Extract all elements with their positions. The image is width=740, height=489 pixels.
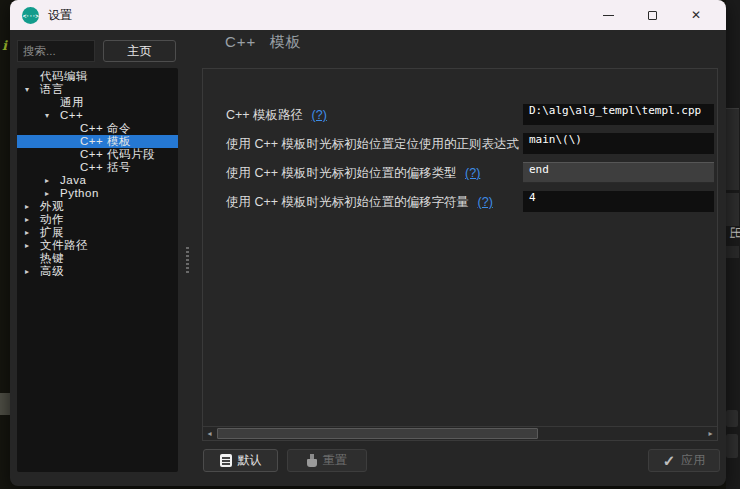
tree-item-label: Python: [60, 187, 99, 200]
scrollbar-thumb[interactable]: [217, 428, 538, 439]
field-label: 使用 C++ 模板时光标初始位置的偏移类型 (?): [226, 165, 480, 182]
chevron-right-icon[interactable]: ▸: [25, 265, 40, 278]
tree-item-cpp-snippets[interactable]: C++ 代码片段: [17, 148, 178, 161]
chevron-right-icon[interactable]: ▸: [25, 239, 40, 252]
fields-container: C++ 模板路径 (?)D:\alg\alg_templ\templ.cpp使用…: [203, 104, 717, 220]
tree-item-label: 外观: [40, 200, 64, 213]
input-cursor-regex[interactable]: main\(\): [523, 133, 714, 154]
tree-item-cpp[interactable]: ▾C++: [17, 109, 178, 122]
app-logo-icon: <···>: [22, 7, 39, 24]
scroll-left-arrow-icon[interactable]: ◂: [203, 427, 216, 440]
field-row-offset-chars: 使用 C++ 模板时光标初始位置的偏移字符量 (?)4: [203, 191, 717, 212]
tree-item-appearance[interactable]: ▸外观: [17, 200, 178, 213]
background-right-panel: 出: [726, 0, 740, 489]
background-panel-segment: [726, 108, 739, 190]
input-offset-chars[interactable]: 4: [523, 191, 714, 212]
close-icon: ✕: [691, 9, 701, 21]
minimize-icon: [603, 15, 614, 16]
tree-item-label: C++ 代码片段: [80, 148, 155, 161]
chevron-down-icon[interactable]: ▾: [25, 83, 40, 96]
tree-item-label: 语言: [40, 83, 64, 96]
help-link[interactable]: (?): [478, 195, 493, 209]
tree-item-label: 文件路径: [40, 239, 88, 252]
scroll-right-arrow-icon[interactable]: ▸: [704, 427, 717, 440]
tree-item-extensions[interactable]: ▸扩展: [17, 226, 178, 239]
tree-item-label: 通用: [60, 96, 84, 109]
checkmark-icon: ✓: [663, 453, 676, 468]
tree-item-language[interactable]: ▾语言: [17, 83, 178, 96]
tree-item-label: C++ 命令: [80, 122, 131, 135]
settings-scroll-area: C++ 模板路径 (?)D:\alg\alg_templ\templ.cpp使用…: [202, 68, 718, 441]
field-row-cursor-regex: 使用 C++ 模板时光标初始位置定位使用的正则表达式 (?)main\(\): [203, 133, 717, 154]
background-panel-segment: [726, 434, 738, 458]
tree-item-cpp-commands[interactable]: C++ 命令: [17, 122, 178, 135]
title-bar[interactable]: <···> 设置 ✕: [10, 0, 726, 30]
screen: i 出 <···> 设置 ✕ 主页 代码编辑▾语言通用▾C++C++ 命令C++…: [0, 0, 740, 489]
tree-item-label: C++: [60, 109, 83, 122]
reset-button-label: 重置: [323, 452, 347, 469]
default-button-label: 默认: [238, 452, 262, 469]
page-title: C++ 模板: [225, 33, 302, 52]
tree-item-label: Java: [60, 174, 86, 187]
apply-button[interactable]: ✓ 应用: [648, 449, 720, 472]
maximize-button[interactable]: [630, 0, 674, 30]
tree-item-label: 扩展: [40, 226, 64, 239]
horizontal-scrollbar[interactable]: ◂ ▸: [203, 426, 717, 440]
field-label: 使用 C++ 模板时光标初始位置的偏移字符量 (?): [226, 194, 493, 211]
tree-item-label: 代码编辑: [40, 70, 88, 83]
brush-icon: [307, 454, 317, 467]
tree-item-label: 动作: [40, 213, 64, 226]
tree-item-label: 热键: [40, 252, 64, 265]
field-label: 使用 C++ 模板时光标初始位置定位使用的正则表达式 (?): [226, 136, 543, 153]
background-code-text: i: [2, 38, 7, 53]
chevron-right-icon[interactable]: ▸: [25, 226, 40, 239]
chevron-right-icon[interactable]: ▸: [25, 200, 40, 213]
tree-item-advanced[interactable]: ▸高级: [17, 265, 178, 278]
chevron-right-icon[interactable]: ▸: [45, 174, 60, 187]
tree-item-general[interactable]: 通用: [17, 96, 178, 109]
field-row-template-path: C++ 模板路径 (?)D:\alg\alg_templ\templ.cpp: [203, 104, 717, 125]
chevron-right-icon[interactable]: ▸: [45, 187, 60, 200]
tree-item-label: 高级: [40, 265, 64, 278]
close-button[interactable]: ✕: [674, 0, 718, 30]
tree-item-cpp-template[interactable]: C++ 模板: [17, 135, 178, 148]
background-vertical-text: 出: [726, 227, 740, 240]
tree-item-code-editor[interactable]: 代码编辑: [17, 70, 178, 83]
document-icon: [220, 454, 232, 467]
field-label: C++ 模板路径 (?): [226, 107, 327, 124]
tree-item-hotkeys[interactable]: 热键: [17, 252, 178, 265]
help-link[interactable]: (?): [312, 108, 327, 122]
tree-item-label: C++ 括号: [80, 161, 131, 174]
maximize-icon: [648, 11, 657, 20]
splitter-handle[interactable]: [186, 247, 189, 273]
search-input[interactable]: [17, 40, 95, 62]
tree-item-actions[interactable]: ▸动作: [17, 213, 178, 226]
tree-item-label: C++ 模板: [80, 135, 131, 148]
combo-offset-type[interactable]: end: [523, 162, 714, 183]
chevron-right-icon[interactable]: ▸: [25, 213, 40, 226]
help-link[interactable]: (?): [465, 166, 480, 180]
reset-button[interactable]: 重置: [287, 449, 367, 472]
home-button[interactable]: 主页: [103, 40, 176, 62]
window-controls: ✕: [586, 0, 718, 30]
field-row-offset-type: 使用 C++ 模板时光标初始位置的偏移类型 (?)end: [203, 162, 717, 183]
background-panel-segment: [726, 410, 738, 427]
background-panel-segment: [726, 193, 739, 226]
settings-dialog: <···> 设置 ✕ 主页 代码编辑▾语言通用▾C++C++ 命令C++ 模板C…: [10, 0, 726, 486]
apply-button-label: 应用: [681, 452, 705, 469]
settings-tree[interactable]: 代码编辑▾语言通用▾C++C++ 命令C++ 模板C++ 代码片段C++ 括号▸…: [17, 68, 178, 472]
input-template-path[interactable]: D:\alg\alg_templ\templ.cpp: [523, 104, 714, 125]
background-panel-segment: [726, 246, 739, 258]
minimize-button[interactable]: [586, 0, 630, 30]
tree-item-java[interactable]: ▸Java: [17, 174, 178, 187]
window-title: 设置: [48, 7, 72, 24]
tree-item-python[interactable]: ▸Python: [17, 187, 178, 200]
default-button[interactable]: 默认: [203, 449, 278, 472]
tree-item-file-path[interactable]: ▸文件路径: [17, 239, 178, 252]
chevron-down-icon[interactable]: ▾: [45, 109, 60, 122]
tree-item-cpp-brackets[interactable]: C++ 括号: [17, 161, 178, 174]
